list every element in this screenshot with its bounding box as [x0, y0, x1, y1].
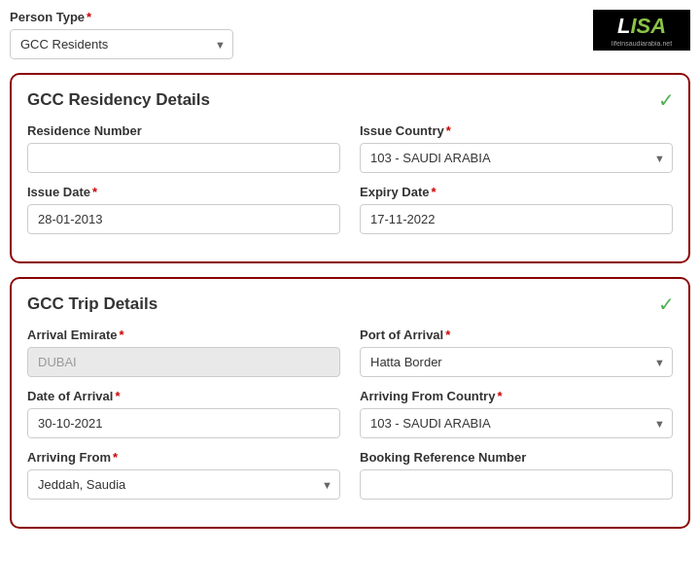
- port-of-arrival-label: Port of Arrival*: [360, 328, 673, 342]
- expiry-date-label: Expiry Date*: [360, 185, 673, 199]
- arrival-emirate-label: Arrival Emirate*: [27, 328, 340, 342]
- date-of-arrival-label: Date of Arrival*: [27, 389, 340, 403]
- residency-row-2: Issue Date* Expiry Date*: [27, 185, 673, 234]
- issue-country-col: Issue Country* 103 - SAUDI ARABIA 101 - …: [360, 123, 673, 173]
- trip-row-1: Arrival Emirate* Port of Arrival* Hatta …: [27, 328, 673, 377]
- port-of-arrival-select[interactable]: Hatta Border Dubai Airport Abu Dhabi Por…: [360, 347, 673, 377]
- arrival-emirate-input: [27, 347, 340, 377]
- residence-number-col: Residence Number: [27, 123, 340, 173]
- arriving-from-col: Arriving From* Jeddah, Saudia Riyadh, Sa…: [27, 450, 340, 500]
- arriving-from-country-col: Arriving From Country* 103 - SAUDI ARABI…: [360, 389, 673, 438]
- residency-check-icon: ✓: [658, 88, 675, 112]
- issue-country-select[interactable]: 103 - SAUDI ARABIA 101 - UAE 102 - KUWAI…: [360, 143, 673, 173]
- trip-card: GCC Trip Details ✓ Arrival Emirate* Port…: [10, 277, 690, 529]
- residency-card: GCC Residency Details ✓ Residence Number…: [10, 73, 690, 263]
- residence-number-label: Residence Number: [27, 123, 340, 138]
- expiry-date-col: Expiry Date*: [360, 185, 673, 234]
- issue-date-col: Issue Date*: [27, 185, 340, 234]
- port-of-arrival-col: Port of Arrival* Hatta Border Dubai Airp…: [360, 328, 673, 377]
- person-type-section: Person Type* GCC Residents Saudi Nationa…: [10, 10, 593, 59]
- date-of-arrival-col: Date of Arrival*: [27, 389, 340, 438]
- trip-card-title: GCC Trip Details: [27, 294, 673, 314]
- trip-row-3: Arriving From* Jeddah, Saudia Riyadh, Sa…: [27, 450, 673, 500]
- arriving-from-country-select-wrapper[interactable]: 103 - SAUDI ARABIA 101 - UAE 102 - KUWAI…: [360, 408, 673, 438]
- residency-row-1: Residence Number Issue Country* 103 - SA…: [27, 123, 673, 173]
- logo-l-letter: L: [617, 14, 630, 39]
- port-of-arrival-select-wrapper[interactable]: Hatta Border Dubai Airport Abu Dhabi Por…: [360, 347, 673, 377]
- residence-number-input[interactable]: [27, 143, 340, 173]
- arriving-from-select-wrapper[interactable]: Jeddah, Saudia Riyadh, Saudia Mecca, Sau…: [27, 469, 340, 500]
- arriving-from-country-label: Arriving From Country*: [360, 389, 673, 403]
- issue-country-select-wrapper[interactable]: 103 - SAUDI ARABIA 101 - UAE 102 - KUWAI…: [360, 143, 673, 173]
- issue-date-input[interactable]: [27, 204, 340, 234]
- trip-row-2: Date of Arrival* Arriving From Country* …: [27, 389, 673, 438]
- person-type-select-wrapper[interactable]: GCC Residents Saudi National Other ▼: [10, 29, 233, 59]
- residency-card-title: GCC Residency Details: [27, 90, 673, 110]
- arrival-emirate-col: Arrival Emirate*: [27, 328, 340, 377]
- arriving-from-country-select[interactable]: 103 - SAUDI ARABIA 101 - UAE 102 - KUWAI…: [360, 408, 673, 438]
- trip-check-icon: ✓: [658, 293, 675, 316]
- arriving-from-label: Arriving From*: [27, 450, 340, 465]
- booking-reference-input[interactable]: [360, 469, 673, 500]
- issue-country-label: Issue Country*: [360, 123, 673, 138]
- expiry-date-input[interactable]: [360, 204, 673, 234]
- issue-date-label: Issue Date*: [27, 185, 340, 199]
- booking-reference-label: Booking Reference Number: [360, 450, 673, 465]
- logo-isa-letters: ISA: [630, 14, 666, 39]
- logo: L ISA lifeinsaudiarabia.net: [593, 10, 690, 51]
- arriving-from-select[interactable]: Jeddah, Saudia Riyadh, Saudia Mecca, Sau…: [27, 469, 340, 500]
- person-type-label: Person Type*: [10, 10, 593, 24]
- person-type-select[interactable]: GCC Residents Saudi National Other: [10, 29, 233, 59]
- booking-reference-col: Booking Reference Number: [360, 450, 673, 500]
- top-bar: Person Type* GCC Residents Saudi Nationa…: [10, 10, 690, 59]
- logo-subtitle: lifeinsaudiarabia.net: [612, 40, 672, 47]
- date-of-arrival-input[interactable]: [27, 408, 340, 438]
- logo-top-line: L ISA: [617, 14, 666, 39]
